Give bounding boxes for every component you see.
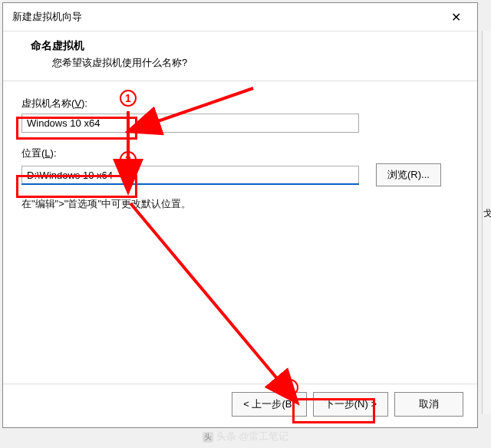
back-button[interactable]: < 上一步(B) [232,392,307,417]
window-title: 新建虚拟机向导 [12,10,82,24]
location-row-wrap: 位置(L): 浏览(R)... [21,147,459,186]
page-subtitle: 您希望该虚拟机使用什么名称? [31,56,462,70]
close-button[interactable]: ✕ [440,8,471,26]
page-title: 命名虚拟机 [31,39,462,53]
wizard-header: 命名虚拟机 您希望该虚拟机使用什么名称? [3,31,477,81]
button-row: < 上一步(B) 下一步(N) > 取消 [3,384,477,427]
annotation-number-2: 2 [120,151,137,168]
vm-name-row: 虚拟机名称(V): [21,97,459,133]
location-input[interactable] [21,166,359,184]
annotation-number-3: 3 [282,379,298,396]
vm-name-label: 虚拟机名称(V): [21,97,459,110]
cancel-button[interactable]: 取消 [394,392,463,417]
close-icon: ✕ [451,10,461,25]
browse-button[interactable]: 浏览(R)... [376,163,441,186]
content-area: 虚拟机名称(V): 位置(L): 浏览(R)... 在"编辑">"首选项"中可更… [3,81,477,384]
wizard-dialog: 新建虚拟机向导 ✕ 命名虚拟机 您希望该虚拟机使用什么名称? 虚拟机名称(V):… [2,2,478,428]
vm-name-input[interactable] [21,114,359,133]
titlebar: 新建虚拟机向导 ✕ [3,3,477,31]
annotation-number-1: 1 [120,90,137,107]
right-edge-sliver: 戈 [482,31,491,414]
watermark: 头头条 @雷工笔记 [0,430,491,443]
watermark-icon: 头 [203,432,213,443]
next-button[interactable]: 下一步(N) > [313,392,388,417]
hint-text: 在"编辑">"首选项"中可更改默认位置。 [21,197,459,211]
location-label: 位置(L): [21,147,459,160]
